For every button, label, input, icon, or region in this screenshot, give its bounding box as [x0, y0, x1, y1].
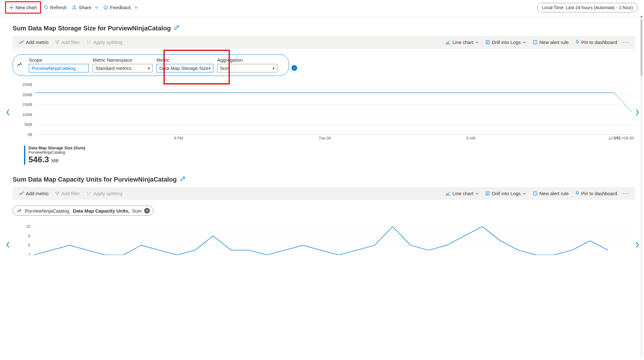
refresh-button[interactable]: Refresh [41, 3, 70, 12]
prev-chart-button[interactable] [4, 239, 11, 252]
chevron-down-icon [523, 40, 526, 44]
svg-point-11 [87, 192, 88, 193]
x-tick: 6 PM [174, 136, 183, 140]
pin-dashboard-label: Pin to dashboard [581, 40, 617, 45]
share-button[interactable]: Share [69, 3, 101, 12]
svg-point-18 [21, 210, 21, 211]
chart1-timezone: UTC+05:30 [614, 136, 634, 140]
chart1-legend[interactable]: Data Map Storage Size (Sum) PurviewNinja… [24, 146, 635, 164]
new-alert-label: New alert rule [539, 40, 569, 45]
aggregation-select[interactable]: Sum ▾ [217, 64, 277, 72]
chevron-down-icon [475, 192, 479, 196]
edit-title-icon[interactable] [180, 176, 186, 183]
refresh-icon [44, 5, 48, 10]
new-chart-label: New chart [15, 5, 37, 10]
overflow-menu-button[interactable]: ··· [621, 190, 631, 197]
add-metric-icon [19, 40, 24, 45]
chart1-y-axis: 25MB 20MB 15MB 10MB 5MB 0B [13, 85, 34, 135]
chevron-down-icon [475, 40, 479, 44]
pin-icon [575, 191, 580, 196]
scope-value: PurviewNinjaCatalog [32, 65, 76, 71]
new-alert-button[interactable]: New alert rule [530, 189, 571, 197]
add-metric-button[interactable]: Add metric [16, 189, 51, 197]
new-chart-button[interactable]: New chart [7, 3, 40, 12]
chart-type-button[interactable]: Line chart [443, 189, 481, 197]
add-filter-label: Add filter [61, 191, 80, 196]
chevron-down-icon [523, 192, 526, 196]
logs-icon [485, 191, 490, 196]
svg-point-0 [104, 6, 108, 9]
top-toolbar: New chart Refresh Share Feedback Local T… [0, 0, 644, 16]
feedback-button[interactable]: Feedback [101, 3, 140, 12]
alert-icon [533, 191, 537, 196]
y-tick: 20MB [22, 93, 32, 97]
add-filter-button[interactable]: Add filter [52, 38, 83, 46]
y-tick: 8 [28, 234, 30, 238]
drill-logs-button[interactable]: Drill into Logs [483, 189, 529, 197]
edit-title-icon[interactable] [174, 25, 180, 32]
metric-series-icon [17, 208, 22, 214]
apply-splitting-button[interactable]: Apply splitting [84, 189, 125, 197]
chip-remove-button[interactable]: ✕ [144, 208, 150, 214]
chart2-metric-chip[interactable]: PurviewNinjaCatalog, Data Map Capacity U… [13, 206, 153, 216]
add-metric-icon [19, 191, 24, 196]
new-alert-button[interactable]: New alert rule [530, 38, 571, 46]
namespace-field: Metric Namespace Standard metrics ▾ [93, 57, 153, 72]
y-tick: 25MB [22, 83, 32, 87]
namespace-select[interactable]: Standard metrics ▾ [93, 64, 153, 72]
aggregation-field: Aggregation Sum ▾ [217, 57, 277, 72]
drill-logs-label: Drill into Logs [492, 40, 521, 45]
y-tick: 5MB [24, 122, 32, 127]
drill-logs-button[interactable]: Drill into Logs [483, 38, 529, 46]
apply-splitting-label: Apply splitting [93, 40, 123, 45]
chart1-plot: 25MB 20MB 15MB 10MB 5MB 0B 6 PM [13, 85, 635, 142]
refresh-label: Refresh [50, 5, 67, 10]
add-metric-label: Add metric [26, 191, 49, 196]
metric-label: Metric [156, 57, 213, 63]
chip-scope: PurviewNinjaCatalog, [25, 208, 70, 214]
plus-icon [9, 5, 14, 10]
pin-dashboard-button[interactable]: Pin to dashboard [573, 189, 620, 197]
time-range-button[interactable]: Local Time: Last 24 hours (Automatic - 1… [537, 3, 638, 12]
prev-chart-button[interactable] [4, 107, 11, 120]
pin-icon [575, 40, 580, 45]
x-tick: 6 AM [466, 136, 475, 140]
add-metric-button[interactable]: Add metric [16, 38, 51, 46]
selector-confirm-badge[interactable]: ✓ [291, 65, 297, 71]
metric-select[interactable]: Data Map Storage Size ▾ [156, 64, 213, 72]
pin-dashboard-label: Pin to dashboard [581, 191, 617, 196]
y-tick: 4 [28, 253, 30, 255]
svg-point-1 [105, 7, 106, 7]
chart2-plot-area[interactable] [34, 227, 632, 255]
namespace-label: Metric Namespace [93, 57, 153, 63]
smiley-icon [103, 5, 108, 10]
svg-point-10 [21, 64, 22, 65]
chip-metric: Data Map Capacity Units, [73, 208, 129, 214]
svg-point-5 [88, 43, 89, 44]
overflow-menu-button[interactable]: ··· [621, 39, 631, 46]
scope-value-button[interactable]: PurviewNinjaCatalog [29, 64, 89, 72]
splitting-icon [86, 191, 91, 196]
svg-point-4 [89, 42, 90, 43]
chart1-title: Sum Data Map Storage Size for PurviewNin… [13, 25, 171, 32]
scope-label: Scope [29, 57, 89, 63]
add-filter-button[interactable]: Add filter [52, 189, 83, 197]
apply-splitting-button[interactable]: Apply splitting [84, 38, 125, 46]
drill-logs-label: Drill into Logs [492, 191, 521, 196]
share-label: Share [79, 5, 91, 10]
chart-type-button[interactable]: Line chart [443, 38, 481, 46]
legend-value: 546.3 [28, 155, 49, 164]
legend-unit: MB [51, 158, 58, 163]
chart2-line [34, 227, 632, 255]
y-tick: 0B [28, 133, 32, 137]
highlight-new-chart: New chart [5, 1, 41, 14]
chevron-down-icon: ▾ [148, 66, 150, 71]
pin-dashboard-button[interactable]: Pin to dashboard [573, 38, 620, 46]
apply-splitting-label: Apply splitting [93, 191, 123, 196]
legend-scope-name: PurviewNinjaCatalog [28, 150, 85, 155]
chevron-down-icon [95, 6, 98, 9]
add-metric-label: Add metric [26, 40, 49, 45]
splitting-icon [86, 40, 91, 45]
chart1-plot-area[interactable] [35, 85, 632, 135]
y-tick: 6 [28, 243, 30, 247]
